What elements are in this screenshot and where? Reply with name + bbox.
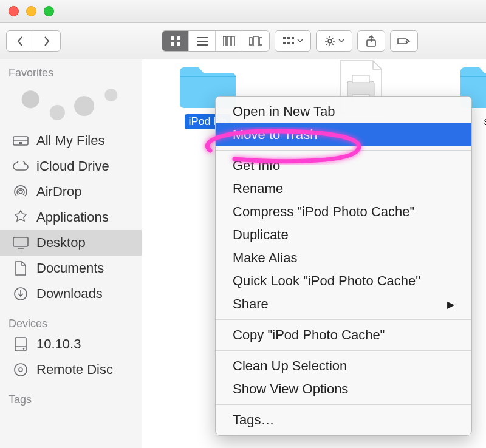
submenu-arrow-icon: ▶	[447, 299, 454, 310]
svg-point-39	[23, 348, 25, 350]
action-button[interactable]	[317, 31, 352, 51]
redacted-area	[4, 82, 138, 126]
nav-back-forward	[6, 30, 61, 52]
menu-item-label: Get Info	[233, 158, 280, 174]
svg-rect-17	[287, 42, 290, 44]
disc-icon	[12, 362, 29, 378]
edit-tags-button[interactable]	[391, 31, 417, 51]
svg-point-33	[19, 190, 22, 194]
menu-open-new-tab[interactable]: Open in New Tab	[216, 100, 471, 123]
sidebar-item-icloud-drive[interactable]: iCloud Drive	[0, 154, 142, 179]
svg-rect-9	[231, 36, 234, 46]
menu-share[interactable]: Share▶	[216, 293, 471, 316]
svg-rect-4	[197, 37, 208, 38]
file-label: sr	[481, 114, 487, 129]
tag-icon	[397, 36, 411, 46]
sidebar-item-desktop[interactable]: Desktop	[0, 230, 142, 256]
svg-line-25	[332, 43, 333, 44]
menu-separator	[216, 404, 471, 405]
zoom-window-button[interactable]	[44, 6, 54, 16]
toolbar	[0, 23, 486, 59]
desktop-icon	[12, 235, 29, 251]
menu-move-to-trash[interactable]: Move to Trash	[216, 123, 471, 146]
window-titlebar	[0, 0, 486, 23]
menu-item-label: Tags…	[233, 412, 274, 428]
svg-point-41	[19, 368, 22, 372]
menu-separator	[216, 350, 471, 351]
gear-icon	[324, 36, 335, 47]
applications-icon	[12, 209, 29, 225]
menu-item-label: Open in New Tab	[233, 104, 335, 120]
list-view-button[interactable]	[189, 31, 216, 51]
tags-header: Tags	[0, 391, 142, 407]
arrange-segment	[275, 30, 311, 52]
svg-rect-2	[171, 42, 174, 46]
svg-rect-32	[19, 142, 22, 144]
svg-line-26	[332, 38, 333, 39]
arrange-icon	[283, 37, 294, 46]
menu-item-label: Share	[233, 296, 269, 312]
minimize-window-button[interactable]	[26, 6, 36, 16]
menu-separator	[216, 319, 471, 320]
close-window-button[interactable]	[9, 6, 19, 16]
svg-rect-7	[223, 36, 226, 46]
sidebar-item-documents[interactable]: Documents	[0, 256, 142, 281]
sidebar-item-volume[interactable]: 10.10.3	[0, 331, 142, 357]
view-mode-segment	[162, 30, 270, 52]
svg-point-40	[15, 364, 27, 376]
svg-rect-6	[197, 44, 208, 46]
svg-rect-14	[287, 37, 290, 39]
menu-duplicate[interactable]: Duplicate	[216, 223, 471, 246]
sidebar-item-label: iCloud Drive	[36, 158, 109, 174]
coverflow-view-button[interactable]	[242, 31, 269, 51]
sidebar-item-label: All My Files	[36, 133, 104, 149]
menu-rename[interactable]: Rename	[216, 177, 471, 200]
svg-rect-8	[227, 36, 230, 46]
svg-rect-16	[283, 42, 286, 44]
devices-header: Devices	[0, 315, 142, 331]
sidebar-item-downloads[interactable]: Downloads	[0, 281, 142, 307]
svg-rect-0	[171, 36, 174, 40]
svg-rect-10	[249, 38, 252, 45]
menu-item-label: Copy "iPod Photo Cache"	[233, 327, 385, 343]
menu-separator	[216, 150, 471, 151]
menu-clean-up[interactable]: Clean Up Selection	[216, 355, 471, 378]
menu-copy[interactable]: Copy "iPod Photo Cache"	[216, 324, 471, 347]
menu-make-alias[interactable]: Make Alias	[216, 246, 471, 270]
svg-point-19	[328, 39, 332, 43]
svg-rect-3	[177, 42, 180, 46]
action-segment	[316, 30, 352, 52]
favorites-header: Favorites	[0, 64, 142, 81]
share-button[interactable]	[358, 31, 385, 51]
svg-rect-11	[253, 36, 258, 46]
sidebar-item-all-my-files[interactable]: All My Files	[0, 128, 142, 154]
menu-quick-look[interactable]: Quick Look "iPod Photo Cache"	[216, 270, 471, 293]
svg-rect-15	[292, 37, 294, 39]
menu-compress[interactable]: Compress "iPod Photo Cache"	[216, 200, 471, 223]
menu-item-label: Make Alias	[233, 250, 297, 266]
arrange-button[interactable]	[275, 31, 310, 51]
menu-view-options[interactable]: Show View Options	[216, 378, 471, 401]
list-icon	[197, 36, 208, 46]
svg-point-29	[406, 40, 408, 42]
airdrop-icon	[12, 184, 29, 200]
svg-line-24	[326, 38, 327, 39]
back-button[interactable]	[7, 31, 33, 51]
traffic-lights	[9, 6, 54, 16]
menu-item-label: Clean Up Selection	[233, 358, 347, 374]
sidebar-item-applications[interactable]: Applications	[0, 205, 142, 230]
menu-get-info[interactable]: Get Info	[216, 154, 471, 177]
menu-item-label: Move to Trash	[233, 127, 317, 143]
forward-button[interactable]	[33, 31, 60, 51]
icon-view-button[interactable]	[162, 31, 189, 51]
column-view-button[interactable]	[216, 31, 242, 51]
menu-item-label: Quick Look "iPod Photo Cache"	[233, 273, 420, 289]
svg-rect-13	[283, 37, 286, 39]
sidebar-item-remote-disc[interactable]: Remote Disc	[0, 357, 142, 382]
documents-icon	[12, 260, 29, 276]
menu-tags[interactable]: Tags…	[216, 409, 471, 432]
sidebar-item-label: Remote Disc	[36, 362, 113, 378]
sidebar-item-label: AirDrop	[36, 184, 82, 200]
chevron-down-icon	[338, 39, 344, 43]
sidebar-item-airdrop[interactable]: AirDrop	[0, 179, 142, 205]
